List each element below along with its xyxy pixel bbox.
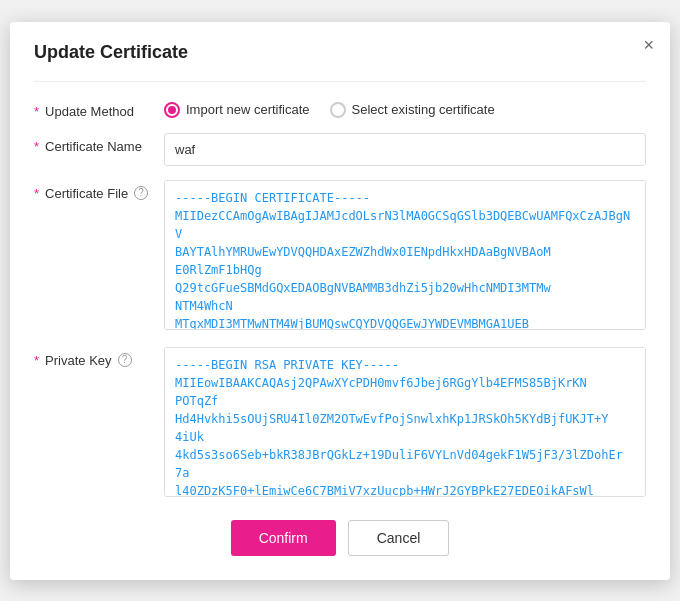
dialog-title: Update Certificate: [34, 42, 646, 63]
certificate-file-label: * Certificate File ?: [34, 180, 164, 201]
form-actions: Confirm Cancel: [34, 520, 646, 556]
certificate-file-row: * Certificate File ?: [34, 180, 646, 333]
certificate-file-control: [164, 180, 646, 333]
private-key-label: * Private Key ?: [34, 347, 164, 368]
confirm-button[interactable]: Confirm: [231, 520, 336, 556]
certificate-name-control: [164, 133, 646, 166]
radio-import[interactable]: [164, 102, 180, 118]
radio-import-label[interactable]: Import new certificate: [164, 102, 310, 118]
radio-existing-text: Select existing certificate: [352, 102, 495, 117]
required-star-4: *: [34, 353, 39, 368]
cancel-button[interactable]: Cancel: [348, 520, 450, 556]
certificate-file-help-icon[interactable]: ?: [134, 186, 148, 200]
required-star-2: *: [34, 139, 39, 154]
update-certificate-dialog: Update Certificate × * Update Method Imp…: [10, 22, 670, 580]
private-key-textarea[interactable]: [164, 347, 646, 497]
private-key-control: [164, 347, 646, 500]
required-star: *: [34, 104, 39, 119]
divider: [34, 81, 646, 82]
required-star-3: *: [34, 186, 39, 201]
update-method-row: * Update Method Import new certificate S…: [34, 98, 646, 119]
certificate-name-input[interactable]: [164, 133, 646, 166]
certificate-file-textarea[interactable]: [164, 180, 646, 330]
update-method-label: * Update Method: [34, 98, 164, 119]
update-method-control: Import new certificate Select existing c…: [164, 98, 646, 118]
private-key-help-icon[interactable]: ?: [118, 353, 132, 367]
radio-existing-label[interactable]: Select existing certificate: [330, 102, 495, 118]
radio-import-text: Import new certificate: [186, 102, 310, 117]
certificate-name-row: * Certificate Name: [34, 133, 646, 166]
certificate-name-label: * Certificate Name: [34, 133, 164, 154]
private-key-row: * Private Key ?: [34, 347, 646, 500]
close-button[interactable]: ×: [643, 36, 654, 54]
radio-existing[interactable]: [330, 102, 346, 118]
